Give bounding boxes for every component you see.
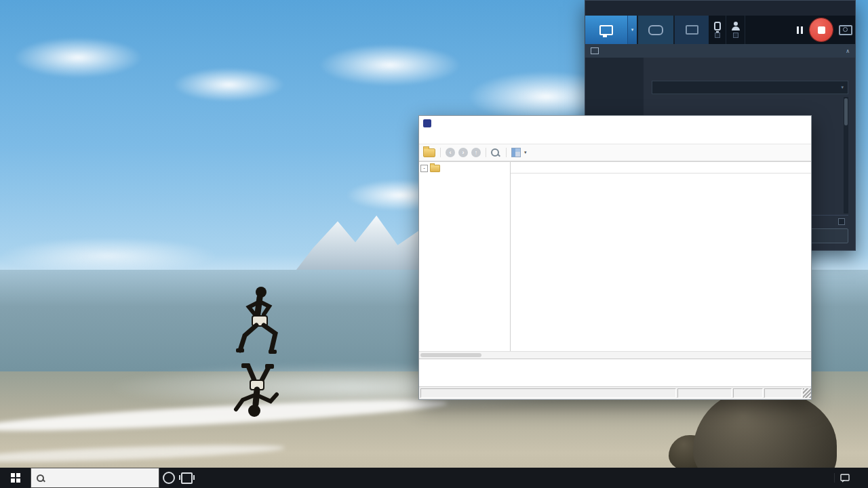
forward-icon[interactable]: › (458, 148, 468, 157)
webcam-toggle[interactable] (726, 16, 745, 44)
collapse-expand-icon[interactable]: - (420, 165, 428, 172)
path-caret-icon[interactable]: ▾ (841, 85, 844, 90)
tree-item-root[interactable]: - (420, 164, 509, 173)
status-vpk-version (733, 388, 763, 398)
bandicam-titlebar[interactable] (585, 1, 855, 16)
file-list-scrollbar[interactable] (844, 97, 848, 214)
windows-logo-icon (11, 473, 20, 483)
sort-checkbox[interactable] (838, 218, 845, 225)
search-icon[interactable] (491, 148, 499, 157)
taskbar (0, 468, 868, 488)
task-view-button[interactable] (178, 468, 196, 488)
collapse-icon[interactable]: ∧ (846, 48, 850, 54)
device-icon (686, 25, 698, 35)
folder-icon (430, 165, 440, 172)
runner-sticker-1 (236, 285, 285, 361)
up-icon[interactable]: ↑ (471, 148, 481, 157)
webcam-icon (732, 22, 740, 30)
webcam-checkbox[interactable] (733, 33, 738, 38)
gcfscape-console (419, 359, 811, 387)
screenshot-button[interactable] (836, 16, 855, 44)
cortana-button[interactable] (159, 468, 178, 488)
status-file-size (677, 388, 732, 398)
gcfscape-toolbar: ‹ › ↑ ▾ (419, 144, 811, 161)
gcfscape-app-icon (423, 119, 431, 127)
view-caret-icon[interactable]: ▾ (524, 150, 527, 155)
status-file-path (420, 388, 676, 398)
microphone-toggle[interactable] (709, 16, 726, 44)
gamepad-icon (648, 25, 663, 35)
action-center-icon (840, 473, 850, 483)
view-mode-icon[interactable] (511, 148, 521, 157)
stop-record-area (806, 16, 836, 44)
gcfscape-list-pane (511, 162, 811, 352)
horizontal-scrollbar[interactable] (419, 351, 811, 359)
search-icon (37, 474, 44, 482)
bandicam-record-toolbar: ▾ (585, 16, 855, 44)
action-center-button[interactable] (834, 473, 855, 483)
device-recording-tab[interactable] (675, 16, 709, 44)
microphone-icon (714, 22, 721, 30)
bandicam-tabs (652, 62, 848, 78)
screen-recording-tab[interactable] (585, 16, 627, 44)
screen-mode-caret[interactable]: ▾ (627, 16, 637, 44)
record-timer-block (745, 16, 793, 44)
gcfscape-titlebar[interactable] (419, 116, 811, 131)
resize-grip[interactable] (803, 388, 811, 398)
open-file-icon[interactable] (423, 148, 435, 157)
system-tray (823, 468, 868, 488)
desktop-icons (3, 3, 420, 453)
camera-icon (839, 25, 852, 35)
capture-target-bar[interactable]: ∧ (585, 44, 855, 58)
gcfscape-statusbar (419, 386, 811, 399)
game-recording-tab[interactable] (638, 16, 673, 44)
output-path-bar[interactable]: ▾ (652, 81, 848, 94)
taskbar-search[interactable] (31, 468, 159, 488)
start-button[interactable] (0, 468, 31, 488)
hscroll-thumb[interactable] (420, 353, 481, 357)
gcfscape-window: ‹ › ↑ ▾ - (418, 115, 812, 400)
gcfscape-main: - (419, 161, 811, 352)
stop-icon (818, 26, 825, 34)
runner-sticker-2 (228, 362, 286, 424)
gcfscape-tree: - (419, 162, 511, 352)
status-item-count (764, 388, 802, 398)
pause-button[interactable] (793, 16, 806, 44)
cortana-icon (163, 472, 175, 484)
gcfscape-column-headers (511, 162, 811, 174)
stop-record-button[interactable] (810, 18, 833, 41)
search-input[interactable] (48, 473, 146, 483)
monitor-icon (599, 25, 613, 35)
microphone-checkbox[interactable] (715, 33, 720, 38)
back-icon[interactable]: ‹ (446, 148, 455, 157)
task-view-icon (181, 472, 193, 484)
display-icon (591, 47, 599, 54)
scrollbar-thumb[interactable] (844, 98, 848, 125)
gcfscape-menubar (419, 131, 811, 144)
